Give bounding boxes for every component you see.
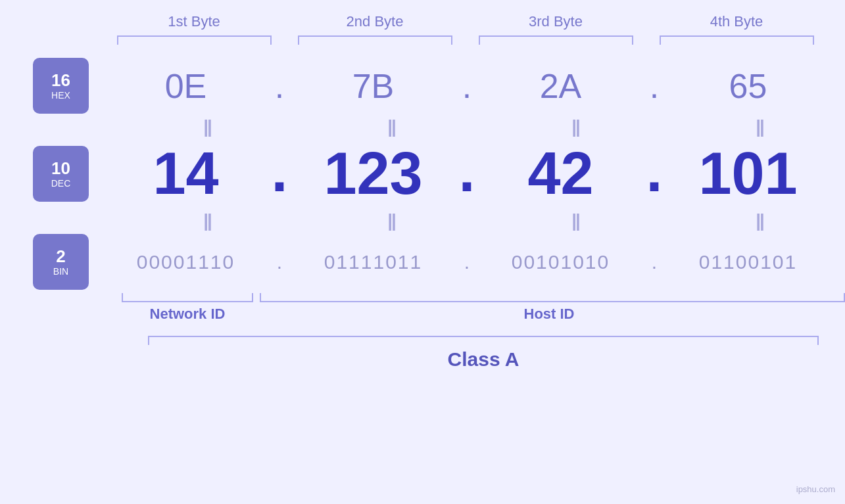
eq2-b1: || xyxy=(122,210,293,231)
bin-byte1: 00001110 xyxy=(102,251,270,273)
bin-dot3: . xyxy=(644,251,664,273)
bin-badge: 2 BIN xyxy=(33,234,89,290)
dec-values: 14 . 123 . 42 . 101 xyxy=(89,140,845,208)
dec-byte1: 14 xyxy=(102,140,270,208)
hex-dot1: . xyxy=(270,66,289,106)
dec-byte4: 101 xyxy=(664,140,832,208)
hex-row: 16 HEX 0E . 7B . 2A . 65 xyxy=(0,58,845,114)
hex-byte3: 2A xyxy=(477,66,644,106)
eq2-b3: || xyxy=(490,210,661,231)
class-bracket-row xyxy=(148,336,819,345)
byte2-header: 2nd Byte xyxy=(285,13,466,35)
class-label-row: Class A xyxy=(148,348,819,371)
equals-row-1: || || || || xyxy=(122,114,845,140)
hex-values: 0E . 7B . 2A . 65 xyxy=(89,66,845,106)
dec-byte2: 123 xyxy=(289,140,457,208)
eq2-b4: || xyxy=(674,210,845,231)
byte4-header: 4th Byte xyxy=(646,13,827,35)
hex-badge: 16 HEX xyxy=(33,58,89,114)
equals-row-2: || || || || xyxy=(122,208,845,234)
dec-dot3: . xyxy=(644,141,664,207)
bin-values: 00001110 . 01111011 . 00101010 . 0110010… xyxy=(89,251,845,273)
dec-badge: 10 DEC xyxy=(33,146,89,202)
dec-base-number: 10 xyxy=(51,159,70,178)
bin-dot2: . xyxy=(457,251,477,273)
eq1-b4: || xyxy=(674,116,845,137)
class-bracket xyxy=(148,336,819,345)
dec-dot1: . xyxy=(270,141,289,207)
id-brackets xyxy=(122,293,845,302)
bin-byte3: 00101010 xyxy=(477,251,644,273)
host-bracket xyxy=(260,293,845,302)
host-id-label: Host ID xyxy=(253,306,845,323)
byte-headers: 1st Byte 2nd Byte 3rd Byte 4th Byte xyxy=(104,13,827,35)
bracket-byte4 xyxy=(660,35,814,45)
hex-badge-label: HEX xyxy=(51,90,70,101)
bin-row: 2 BIN 00001110 . 01111011 . 00101010 . 0… xyxy=(0,234,845,290)
bin-byte2: 01111011 xyxy=(289,251,457,273)
bin-base-number: 2 xyxy=(56,247,65,266)
dec-badge-label: DEC xyxy=(51,178,71,189)
hex-byte2: 7B xyxy=(289,66,457,106)
bracket-byte3 xyxy=(479,35,633,45)
class-label: Class A xyxy=(448,348,519,371)
eq2-b2: || xyxy=(306,210,477,231)
watermark: ipshu.com xyxy=(796,484,835,494)
bin-badge-label: BIN xyxy=(53,266,68,277)
eq1-b1: || xyxy=(122,116,293,137)
top-brackets xyxy=(104,35,827,45)
id-labels: Network ID Host ID xyxy=(122,306,845,323)
dec-dot2: . xyxy=(457,141,477,207)
hex-dot2: . xyxy=(457,66,477,106)
eq1-b3: || xyxy=(490,116,661,137)
hex-base-number: 16 xyxy=(51,71,70,90)
eq1-b2: || xyxy=(306,116,477,137)
hex-byte1: 0E xyxy=(102,66,270,106)
byte3-header: 3rd Byte xyxy=(466,13,646,35)
dec-byte3: 42 xyxy=(477,140,644,208)
network-id-label: Network ID xyxy=(122,306,253,323)
network-bracket xyxy=(122,293,253,302)
bracket-byte1 xyxy=(117,35,272,45)
bin-dot1: . xyxy=(270,251,289,273)
bin-byte4: 01100101 xyxy=(664,251,832,273)
dec-row: 10 DEC 14 . 123 . 42 . 101 xyxy=(0,140,845,208)
bracket-byte2 xyxy=(298,35,452,45)
byte1-header: 1st Byte xyxy=(104,13,285,35)
hex-dot3: . xyxy=(644,66,664,106)
hex-byte4: 65 xyxy=(664,66,832,106)
